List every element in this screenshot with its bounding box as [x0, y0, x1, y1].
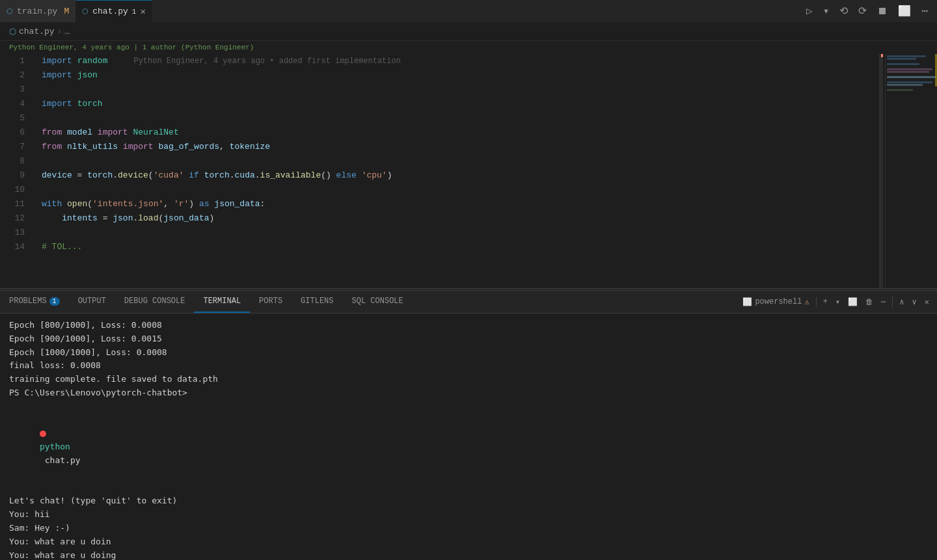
tab-chat[interactable]: ⬡ chat.py 1 ✕	[75, 0, 152, 22]
line-num-11: 11	[5, 197, 25, 211]
close-panel-button[interactable]: ✕	[922, 296, 932, 308]
trash-icon: 🗑	[865, 297, 873, 307]
token: device	[42, 169, 72, 182]
token: .	[255, 169, 260, 182]
tab-problems[interactable]: PROBLEMS 1	[0, 291, 69, 313]
token: ,	[219, 140, 230, 153]
more-button[interactable]: ⋯	[919, 3, 930, 19]
layout-button[interactable]: ⬜	[895, 3, 914, 19]
git-blame-bar: Python Engineer, 4 years ago | 1 author …	[0, 41, 937, 54]
token: =	[72, 169, 87, 182]
line-num-1: 1	[5, 54, 25, 68]
powershell-text: powershell	[755, 297, 802, 306]
new-terminal-button[interactable]: +	[821, 296, 830, 308]
more-icon: ⋯	[881, 297, 886, 307]
token: json	[77, 69, 98, 82]
panel-tabs: PROBLEMS 1 OUTPUT DEBUG CONSOLE TERMINAL…	[0, 291, 937, 313]
editor-area: Python Engineer, 4 years ago | 1 author …	[0, 41, 937, 288]
line-num-3: 3	[5, 83, 25, 97]
maximize-panel-button[interactable]: ∧	[897, 296, 906, 308]
tab-close-button[interactable]: ✕	[140, 7, 145, 16]
token: as	[199, 198, 210, 211]
stop-button[interactable]: ⏹	[875, 4, 890, 19]
code-line-1: import random Python Engineer, 4 years a…	[42, 54, 876, 68]
code-line-8	[42, 154, 876, 168]
token: 'cpu'	[362, 169, 387, 182]
token: import	[98, 126, 128, 139]
gitlens-label: GITLENS	[301, 297, 333, 306]
token: tokenize	[230, 140, 270, 153]
terminal-line: final loss: 0.0008	[9, 359, 928, 373]
code-line-14: # TOL...	[42, 240, 876, 254]
token: import	[123, 140, 154, 153]
terminal-line: You: what are u doin	[9, 535, 928, 549]
breadcrumb: ⬡ chat.py › …	[0, 23, 937, 41]
editor-right-scrollbar[interactable]	[878, 54, 884, 288]
code-line-3	[42, 83, 876, 97]
tab-chat-badge: 1	[132, 8, 137, 16]
token: NeuralNet	[133, 126, 178, 139]
breadcrumb-separator: ›	[57, 27, 62, 36]
token: from	[42, 126, 62, 139]
breadcrumb-filename[interactable]: chat.py	[19, 27, 55, 36]
split-terminal-button[interactable]: ⬜	[845, 296, 860, 308]
more-terminal-button[interactable]: ⋯	[878, 296, 888, 308]
code-line-10	[42, 183, 876, 197]
forward-button[interactable]: ⟳	[856, 3, 869, 19]
token: device	[118, 169, 148, 182]
token: cuda	[235, 169, 255, 182]
tab-gitlens[interactable]: GITLENS	[292, 291, 342, 313]
token: ()	[321, 169, 336, 182]
terminal-line: You: hii	[9, 508, 928, 522]
run-button[interactable]: ▷	[804, 3, 815, 19]
minimize-panel-button[interactable]: ∨	[910, 296, 919, 308]
terminal-line: Epoch [1000/1000], Loss: 0.0008	[9, 346, 928, 360]
terminal-python-cmd: python	[40, 442, 70, 451]
tab-train[interactable]: ⬡ train.py M	[0, 0, 75, 22]
token: =	[98, 212, 113, 225]
token: torch	[87, 169, 113, 182]
token: bag_of_words	[158, 140, 219, 153]
close-icon: ✕	[925, 297, 929, 307]
line-num-14: 14	[5, 240, 25, 254]
token: (	[87, 198, 92, 211]
line-num-8: 8	[5, 154, 25, 168]
line-num-7: 7	[5, 140, 25, 154]
token: nltk_utils	[67, 140, 118, 153]
editor-tabs: ⬡ train.py M ⬡ chat.py 1 ✕	[0, 0, 152, 22]
problems-badge: 1	[49, 297, 60, 306]
terminal-icon: ⬜	[742, 297, 752, 307]
terminal-output[interactable]: Epoch [800/1000], Loss: 0.0008 Epoch [90…	[0, 313, 937, 560]
code-content[interactable]: import random Python Engineer, 4 years a…	[33, 54, 885, 288]
chevron-down-icon: ▾	[835, 297, 840, 307]
token	[62, 198, 67, 211]
terminal-command-line: python chat.py	[9, 414, 928, 481]
code-editor[interactable]: 1 2 3 4 5 6 7 8 9 10 11 12 13 14 import …	[0, 54, 937, 288]
tab-ports[interactable]: PORTS	[250, 291, 292, 313]
token	[183, 169, 189, 182]
line-num-5: 5	[5, 111, 25, 126]
delete-terminal-button[interactable]: 🗑	[863, 296, 876, 308]
terminal-line: You: what are u doing	[9, 549, 928, 560]
tab-sqlconsole[interactable]: SQL CONSOLE	[343, 291, 413, 313]
token: )	[189, 198, 199, 211]
token: .	[113, 169, 118, 182]
breadcrumb-file-icon: ⬡	[9, 27, 16, 37]
tab-terminal[interactable]: TERMINAL	[194, 291, 250, 313]
terminal-panel: PROBLEMS 1 OUTPUT DEBUG CONSOLE TERMINAL…	[0, 291, 937, 560]
powershell-label-button[interactable]: ⬜ powershell ⚠	[740, 296, 811, 308]
line-num-12: 12	[5, 211, 25, 226]
token: with	[42, 198, 62, 211]
token: .	[133, 212, 138, 225]
breadcrumb-symbol[interactable]: …	[64, 27, 70, 36]
code-line-6: from model import NeuralNet	[42, 126, 876, 140]
plus-icon: +	[823, 297, 828, 306]
token: json_data	[163, 212, 209, 225]
token: import	[42, 98, 72, 111]
run-dropdown-button[interactable]: ▾	[821, 3, 832, 19]
code-line-9: device = torch . device ( 'cuda' if torc…	[42, 168, 876, 183]
new-terminal-dropdown[interactable]: ▾	[833, 296, 843, 308]
tab-output[interactable]: OUTPUT	[69, 291, 115, 313]
tab-debug[interactable]: DEBUG CONSOLE	[115, 291, 195, 313]
back-button[interactable]: ⟲	[837, 3, 850, 19]
